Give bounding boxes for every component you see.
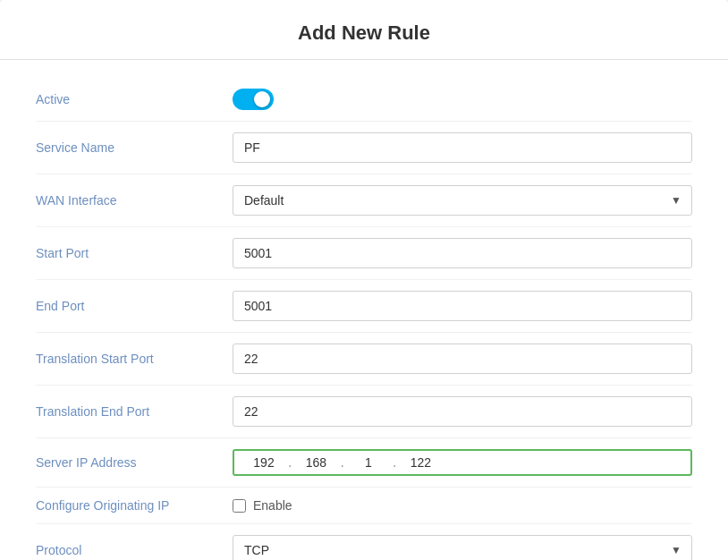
toggle-slider [233,89,274,110]
configure-originating-ip-checkbox[interactable] [233,499,246,513]
configure-originating-ip-checkbox-text: Enable [253,498,292,513]
ip-octet-4[interactable] [398,455,443,470]
form-body: Active Service Name WAN Interface Defaul [0,69,728,560]
active-control [233,89,692,110]
service-name-row: Service Name [36,122,692,174]
end-port-input[interactable] [233,291,692,321]
server-ip-control: . . . [233,449,692,476]
configure-originating-ip-control: Enable [233,498,692,513]
end-port-row: End Port [36,280,692,333]
service-name-control [233,132,692,163]
ip-dot-1: . [286,454,293,471]
translation-end-port-input[interactable] [233,396,692,427]
wan-interface-control: Default ▼ [233,185,692,216]
add-new-rule-card: Add New Rule Active Service Name WAN Int… [0,0,728,560]
ip-dot-3: . [391,454,398,471]
protocol-select-wrap: TCP UDP Both ▼ [233,535,692,560]
server-ip-label: Server IP Address [36,455,233,470]
wan-interface-row: WAN Interface Default ▼ [36,174,692,227]
start-port-input[interactable] [233,238,692,268]
configure-originating-ip-label: Configure Originating IP [36,498,233,513]
ip-octet-1[interactable] [241,455,286,470]
translation-start-port-input[interactable] [233,344,692,374]
protocol-control: TCP UDP Both ▼ [233,535,692,560]
configure-originating-ip-checkbox-label[interactable]: Enable [233,498,692,513]
translation-start-port-label: Translation Start Port [36,352,233,366]
translation-end-port-label: Translation End Port [36,404,233,419]
active-row: Active [36,78,692,122]
page-title: Add New Rule [0,21,728,45]
translation-start-port-control [233,344,692,374]
end-port-control [233,291,692,321]
ip-dot-2: . [338,454,345,471]
wan-interface-select-wrap: Default ▼ [233,185,692,216]
ip-octet-3[interactable] [346,455,391,470]
service-name-label: Service Name [36,140,233,155]
translation-start-port-row: Translation Start Port [36,333,692,386]
end-port-label: End Port [36,299,233,313]
wan-interface-select[interactable]: Default [233,185,692,216]
configure-originating-ip-row: Configure Originating IP Enable [36,488,692,524]
start-port-control [233,238,692,268]
server-ip-row: Server IP Address . . . [36,438,692,488]
wan-interface-label: WAN Interface [36,193,233,208]
card-header: Add New Rule [0,0,728,60]
protocol-select[interactable]: TCP UDP Both [233,535,692,560]
translation-end-port-row: Translation End Port [36,386,692,438]
service-name-input[interactable] [233,132,692,163]
protocol-row: Protocol TCP UDP Both ▼ [36,524,692,560]
start-port-label: Start Port [36,246,233,260]
start-port-row: Start Port [36,227,692,280]
translation-end-port-control [233,396,692,427]
ip-address-field: . . . [233,449,692,476]
active-label: Active [36,92,233,106]
protocol-label: Protocol [36,543,233,557]
ip-octet-2[interactable] [293,455,338,470]
active-toggle[interactable] [233,89,274,110]
